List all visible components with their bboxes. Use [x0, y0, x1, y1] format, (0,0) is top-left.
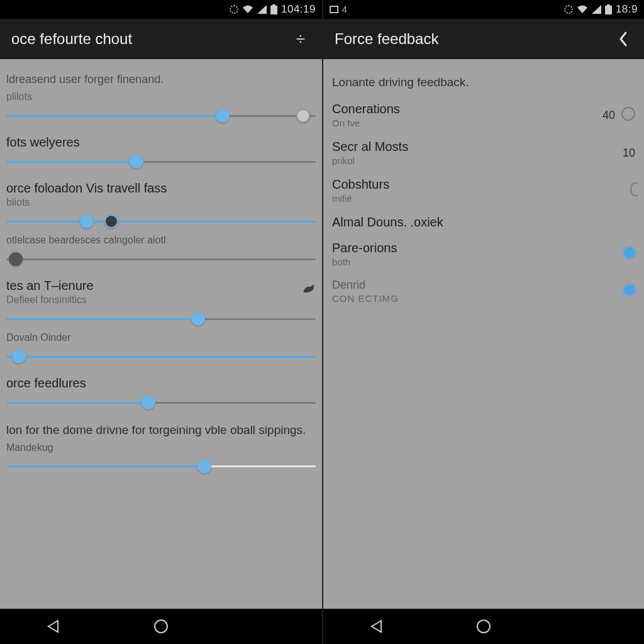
nav-back-button[interactable] [28, 614, 79, 639]
setting-label: Mandekug [6, 442, 316, 456]
slider[interactable] [6, 211, 316, 232]
item-title: Pare-orions [332, 241, 618, 255]
wifi-icon [242, 5, 253, 14]
battery-icon [605, 4, 612, 14]
svg-rect-0 [270, 6, 277, 14]
gear-icon [230, 5, 238, 14]
navigation-bar [0, 609, 322, 644]
setting-sublabel: bliots [6, 197, 316, 211]
svg-point-5 [477, 620, 490, 633]
slider[interactable] [6, 308, 316, 330]
svg-rect-4 [607, 4, 610, 6]
gear-icon [564, 5, 573, 14]
notification-indicator: 4 [330, 4, 347, 14]
setting-row: Dovaln Oinder [0, 330, 322, 367]
setting-label: otlelcase beardesces calngoler aiotl [6, 235, 316, 248]
settings-content: ldreasend user forger finenand. plilots … [0, 59, 322, 609]
overflow-button[interactable]: ÷ [291, 29, 311, 49]
app-bar: Force feedback [323, 19, 644, 59]
status-time: 104:19 [281, 3, 316, 16]
settings-content: Lonante driving feedback. Conerations On… [323, 59, 644, 609]
list-item[interactable]: Cobshturs mifié [323, 171, 644, 209]
item-title: Secr al Mosts [332, 140, 616, 154]
item-title: Conerations [332, 102, 596, 116]
item-value: 40 [596, 109, 615, 122]
wifi-icon [577, 5, 588, 14]
item-title: Denrid [332, 279, 618, 292]
setting-label: orce foloadon Vis travell fass [6, 175, 316, 197]
right-phone: 4 18:9 Force feedback Lonante driving fe… [322, 0, 644, 644]
setting-label: tes an T–ienure [6, 272, 297, 294]
setting-row: orce feedlures [0, 367, 322, 413]
page-title: Force feedback [335, 30, 613, 48]
cell-signal-icon [257, 5, 267, 14]
item-subtitle: mifié [332, 192, 624, 204]
setting-row: fots welyeres [0, 126, 322, 172]
nav-home-button[interactable] [136, 614, 186, 639]
navigation-bar [323, 609, 644, 644]
app-bar: oce fefourte chout ÷ [0, 19, 322, 59]
status-bar: 4 18:9 [323, 0, 644, 19]
list-item[interactable]: Denrid CON ECTIMG [323, 272, 644, 309]
radio-button[interactable] [618, 284, 635, 298]
back-button[interactable] [613, 29, 633, 49]
radio-button[interactable] [615, 107, 635, 123]
setting-row: orce foloadon Vis travell fass bliots [0, 172, 322, 232]
slider[interactable] [6, 456, 316, 477]
radio-button[interactable] [624, 182, 639, 199]
list-item[interactable]: Almal Douns. .oxiek [323, 209, 644, 235]
list-item[interactable]: Secr al Mosts prikol 10 [323, 133, 644, 171]
slider[interactable] [6, 105, 316, 126]
setting-row: tes an T–ienure Defieel fonsiniltics [0, 270, 322, 330]
battery-icon [270, 4, 277, 14]
slider[interactable] [6, 248, 316, 270]
setting-label: plilots [6, 91, 316, 105]
list-item[interactable]: Pare-orions both [323, 235, 644, 272]
setting-label: Dovaln Oinder [6, 332, 316, 346]
svg-rect-3 [605, 6, 612, 14]
status-bar: 104:19 [0, 0, 322, 19]
item-title: Cobshturs [332, 177, 624, 192]
status-time: 18:9 [616, 3, 638, 16]
nav-back-button[interactable] [352, 614, 402, 639]
cell-signal-icon [592, 5, 601, 14]
page-title: oce fefourte chout [11, 30, 291, 48]
section-description: ldreasend user forger finenand. [0, 65, 322, 89]
radio-button[interactable] [618, 247, 635, 261]
item-subtitle: CON ECTIMG [332, 292, 618, 304]
setting-row: otlelcase beardesces calngoler aiotl [0, 232, 322, 270]
notification-count: 4 [342, 4, 347, 14]
setting-label: orce feedlures [6, 370, 316, 392]
item-subtitle: prikol [332, 154, 616, 166]
bird-icon [297, 283, 316, 297]
item-value: 10 [616, 147, 635, 160]
footer-description: lon for the dome drivne for torgeining v… [0, 413, 322, 440]
setting-row: Mandekug [0, 440, 322, 477]
left-phone: 104:19 oce fefourte chout ÷ ldreasend us… [0, 0, 322, 644]
setting-label: fots welyeres [6, 129, 316, 151]
slider[interactable] [6, 346, 316, 367]
item-subtitle: both [332, 255, 618, 267]
slider[interactable] [6, 151, 316, 172]
slider[interactable] [6, 392, 316, 413]
item-title: Almal Douns. .oxiek [332, 215, 635, 230]
app-icon [330, 6, 338, 13]
item-subtitle: On tve [332, 116, 596, 128]
nav-home-button[interactable] [458, 614, 509, 639]
svg-rect-1 [272, 4, 275, 6]
setting-row: plilots [0, 89, 322, 126]
list-item[interactable]: Conerations On tve 40 [323, 96, 644, 133]
setting-sublabel: Defieel fonsiniltics [6, 294, 297, 308]
section-description: Lonante driving feedback. [323, 65, 644, 96]
svg-point-2 [155, 620, 167, 633]
